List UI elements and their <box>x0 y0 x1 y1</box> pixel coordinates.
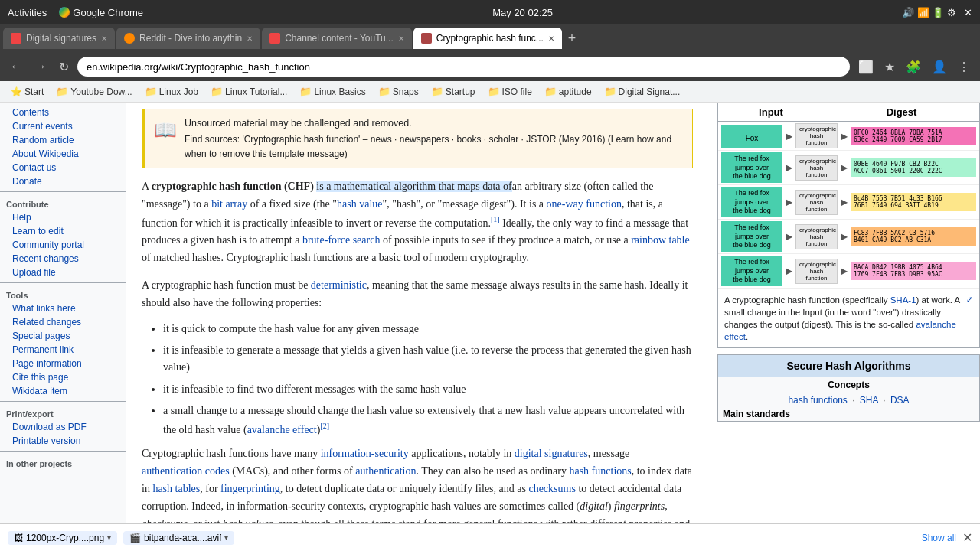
link-auth-codes[interactable]: authentication codes <box>142 465 230 477</box>
link-hash-functions-box[interactable]: hash functions <box>788 395 847 406</box>
chevron-down-icon-2[interactable]: ▾ <box>224 533 228 542</box>
bookmark-linux-job[interactable]: 📁 Linux Job <box>140 84 203 99</box>
tab-close-icon[interactable]: ✕ <box>398 34 404 43</box>
address-input[interactable] <box>77 57 850 77</box>
link-sha1[interactable]: SHA-1 <box>890 295 916 305</box>
sidebar-item-permanent-link[interactable]: Permanent link <box>0 343 126 357</box>
source-link-jstor[interactable]: JSTOR <box>526 134 556 145</box>
browser-label: Google Chrome <box>59 7 143 18</box>
bookmark-linux-basics[interactable]: 📁 Linux Basics <box>295 84 370 99</box>
sidebar-item-cite-this-page[interactable]: Cite this page <box>0 370 126 384</box>
bookmark-aptitude[interactable]: 📁 aptitude <box>540 84 596 99</box>
sidebar-item-help[interactable]: Help <box>0 210 126 224</box>
tab-close-icon[interactable]: ✕ <box>247 34 253 43</box>
hash-func-5: cryptographichashfunction <box>795 259 838 284</box>
bookmark-linux-tutorial[interactable]: 📁 Linux Tutorial... <box>206 84 292 99</box>
folder-icon: 📁 <box>604 86 616 97</box>
downloads-bar: 🖼 1200px-Cryp....png ▾ 🎬 bitpanda-aca...… <box>0 523 980 551</box>
tab-close-icon[interactable]: ✕ <box>101 34 107 43</box>
bookmark-button[interactable]: ★ <box>880 58 899 76</box>
show-all-downloads-button[interactable]: Show all <box>922 533 956 543</box>
bookmark-startup[interactable]: 📁 Startup <box>426 84 480 99</box>
tab-label: Reddit - Dive into anythin <box>139 33 242 44</box>
bookmark-start[interactable]: ⭐ Start <box>6 85 48 99</box>
paragraph-3: Cryptographic hash functions have many i… <box>142 445 693 523</box>
link-deterministic[interactable]: deterministic <box>311 279 367 291</box>
link-authentication[interactable]: authentication <box>355 465 416 477</box>
sidebar-item-related-changes[interactable]: Related changes <box>0 315 126 329</box>
bookmark-youtube[interactable]: 📁 Youtube Dow... <box>51 84 136 99</box>
sidebar-item-upload-file[interactable]: Upload file <box>0 266 126 279</box>
reload-button[interactable]: ↻ <box>55 58 73 76</box>
col-digest-label: Digest <box>824 103 979 122</box>
tab-digital-signatures[interactable]: Digital signatures ✕ <box>3 28 115 49</box>
sidebar-item-recent-changes[interactable]: Recent changes <box>0 252 126 266</box>
link-checksums[interactable]: checksums <box>528 483 575 494</box>
activities-label[interactable]: Activities <box>8 7 47 18</box>
chevron-down-icon[interactable]: ▾ <box>107 533 111 542</box>
download-item-png[interactable]: 🖼 1200px-Cryp....png ▾ <box>8 531 117 545</box>
sidebar-item-donate[interactable]: Donate <box>0 174 126 188</box>
source-link-news[interactable]: news <box>371 134 392 145</box>
bookmark-snaps[interactable]: 📁 Snaps <box>374 84 423 99</box>
sidebar-item-page-information[interactable]: Page information <box>0 357 126 370</box>
source-link-scholar[interactable]: scholar <box>489 134 519 145</box>
sidebar-item-special-pages[interactable]: Special pages <box>0 329 126 343</box>
bookmarks-bar: ⭐ Start 📁 Youtube Dow... 📁 Linux Job 📁 L… <box>0 81 980 103</box>
paragraph-1: A cryptographic hash function (CHF) is a… <box>142 178 693 266</box>
tab-close-icon[interactable]: ✕ <box>548 34 554 43</box>
source-link-chf[interactable]: 'Cryptographic hash function' <box>242 134 360 145</box>
link-fingerprinting[interactable]: fingerprinting <box>220 483 280 494</box>
new-tab-button[interactable]: + <box>564 31 581 47</box>
list-item-3: it is infeasible to find two different m… <box>163 381 693 398</box>
source-link-newspapers[interactable]: newspapers <box>400 134 449 145</box>
extension-button[interactable]: 🧩 <box>902 58 925 76</box>
link-avalanche-effect-caption[interactable]: avalanche effect <box>724 320 956 341</box>
tab-cryptographic[interactable]: Cryptographic hash func... ✕ <box>413 28 562 49</box>
link-brute-force[interactable]: brute-force search <box>302 234 380 246</box>
link-dsa-box[interactable]: DSA <box>890 395 910 406</box>
link-bit-array[interactable]: bit array <box>211 198 247 210</box>
link-digital-signatures[interactable]: digital signatures <box>514 448 588 459</box>
forward-button[interactable]: → <box>31 58 51 75</box>
italic-hash-values: hash values <box>223 518 273 523</box>
bookmark-iso[interactable]: 📁 ISO file <box>483 84 537 99</box>
link-one-way-function[interactable]: one-way function <box>547 198 622 210</box>
expand-icon[interactable]: ⤢ <box>966 294 973 305</box>
link-rainbow-table[interactable]: rainbow table <box>631 234 690 246</box>
sidebar-item-random-article[interactable]: Random article <box>0 133 126 147</box>
sidebar-item-learn-to-edit[interactable]: Learn to edit <box>0 224 126 238</box>
sidebar-item-community-portal[interactable]: Community portal <box>0 238 126 252</box>
tab-favicon <box>270 33 280 44</box>
sidebar-item-about-wikipedia[interactable]: About Wikipedia <box>0 147 126 161</box>
link-info-security[interactable]: information-security <box>321 448 409 459</box>
tab-reddit[interactable]: Reddit - Dive into anythin ✕ <box>116 28 260 49</box>
link-hash-value[interactable]: hash value <box>337 198 382 210</box>
link-avalanche-effect[interactable]: avalanche effect <box>247 423 317 435</box>
sidebar-item-printable-version[interactable]: Printable version <box>0 434 126 448</box>
folder-icon: 📁 <box>211 86 223 97</box>
sidebar-item-contact-us[interactable]: Contact us <box>0 161 126 174</box>
folder-icon: 📁 <box>544 86 557 97</box>
sidebar-item-wikidata-item[interactable]: Wikidata item <box>0 384 126 398</box>
link-hash-functions[interactable]: hash functions <box>569 465 631 477</box>
link-sha-box[interactable]: SHA <box>860 395 878 406</box>
download-icon-png: 🖼 <box>14 533 23 543</box>
tab-youtube[interactable]: Channel content - YouTu... ✕ <box>262 28 412 49</box>
download-item-avif[interactable]: 🎬 bitpanda-aca....avif ▾ <box>123 531 234 545</box>
warning-icon: 📖 <box>154 116 177 145</box>
cast-button[interactable]: ⬜ <box>854 58 877 76</box>
menu-button[interactable]: ⋮ <box>954 58 974 76</box>
sidebar-item-download-pdf[interactable]: Download as PDF <box>0 420 126 434</box>
link-hash-tables[interactable]: hash tables <box>152 483 200 494</box>
close-button[interactable]: ✕ <box>964 7 972 18</box>
back-button[interactable]: ← <box>6 58 26 75</box>
source-link-books[interactable]: books <box>457 134 482 145</box>
sidebar-item-current-events[interactable]: Current events <box>0 119 126 133</box>
folder-icon: 📁 <box>431 86 443 97</box>
bookmark-digital-sig[interactable]: 📁 Digital Signat... <box>599 84 685 99</box>
sidebar-item-contents[interactable]: Contents <box>0 106 126 119</box>
close-downloads-button[interactable]: ✕ <box>962 530 972 545</box>
profile-button[interactable]: 👤 <box>928 58 951 76</box>
sidebar-item-what-links-here[interactable]: What links here <box>0 302 126 315</box>
